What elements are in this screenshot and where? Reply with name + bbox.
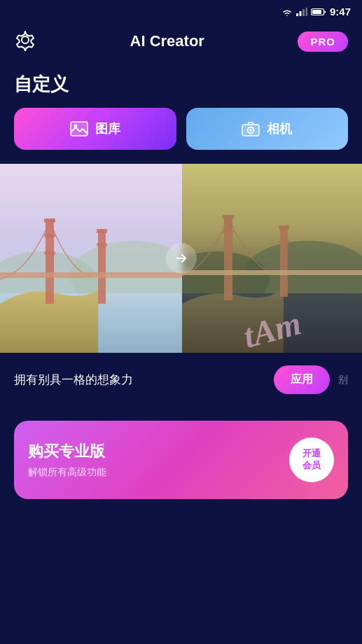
gallery-icon <box>70 121 88 136</box>
apply-button[interactable]: 应用 <box>274 365 330 394</box>
status-bar: 9:47 <box>0 0 362 23</box>
pro-card-title: 购买专业版 <box>28 441 106 462</box>
section-title: 自定义 <box>0 65 362 108</box>
signal-icon <box>296 8 307 16</box>
settings-icon[interactable] <box>14 29 36 54</box>
status-icons: 9:47 <box>281 6 351 18</box>
compare-arrow[interactable] <box>166 243 197 274</box>
svg-rect-1 <box>299 11 301 16</box>
svg-rect-18 <box>44 234 55 237</box>
action-buttons: 图库 相机 <box>0 108 362 150</box>
svg-rect-31 <box>223 248 234 251</box>
svg-rect-30 <box>223 230 234 234</box>
pro-card-text: 购买专业版 解锁所有高级功能 <box>28 441 106 479</box>
wifi-icon <box>281 8 293 16</box>
arrow-right-icon <box>174 251 189 266</box>
image-filtered: tAm <box>182 164 362 353</box>
svg-rect-0 <box>296 13 298 16</box>
pro-purchase-card: 购买专业版 解锁所有高级功能 开通 会员 <box>14 421 348 499</box>
svg-point-6 <box>22 36 29 43</box>
apply-row: 拥有别具一格的想象力 应用 别 <box>0 353 362 407</box>
svg-rect-23 <box>0 272 182 278</box>
image-original <box>0 164 182 353</box>
svg-rect-28 <box>224 216 232 300</box>
image-row: tAm <box>0 164 362 353</box>
svg-rect-32 <box>280 227 288 297</box>
svg-rect-16 <box>46 220 54 304</box>
svg-rect-2 <box>302 9 305 16</box>
battery-icon <box>311 8 326 16</box>
status-time: 9:47 <box>330 6 351 18</box>
pro-card-subtitle: 解锁所有高级功能 <box>28 466 106 479</box>
gallery-label: 图库 <box>95 120 120 137</box>
header: AI Creator PRO <box>0 23 362 65</box>
camera-icon <box>242 121 260 136</box>
gallery-button[interactable]: 图库 <box>14 108 176 150</box>
svg-rect-19 <box>44 251 55 255</box>
activate-membership-button[interactable]: 开通 会员 <box>289 438 334 482</box>
svg-rect-5 <box>312 10 321 14</box>
svg-rect-3 <box>305 8 307 16</box>
next-hint: 别 <box>338 374 348 386</box>
pro-btn-line1: 开通 <box>302 448 321 460</box>
apply-description: 拥有别具一格的想象力 <box>14 372 133 388</box>
app-title: AI Creator <box>130 32 204 50</box>
camera-label: 相机 <box>267 120 292 137</box>
svg-rect-34 <box>279 239 289 243</box>
svg-rect-22 <box>97 243 107 246</box>
svg-rect-21 <box>97 229 107 233</box>
svg-rect-35 <box>182 270 362 275</box>
svg-rect-33 <box>279 225 289 230</box>
pro-badge[interactable]: PRO <box>298 31 348 52</box>
pro-btn-line2: 会员 <box>302 460 321 472</box>
image-comparison: tAm <box>0 164 362 353</box>
camera-button[interactable]: 相机 <box>186 108 349 150</box>
svg-point-11 <box>249 129 252 132</box>
svg-rect-20 <box>98 230 106 304</box>
